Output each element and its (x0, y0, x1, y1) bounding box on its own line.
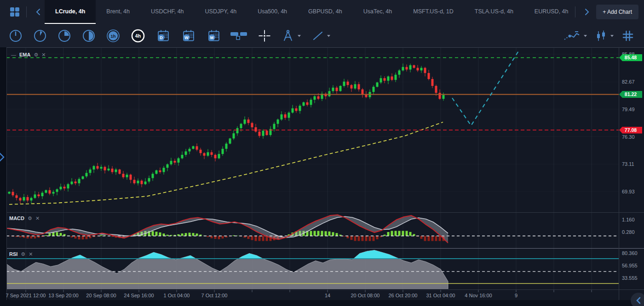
gear-icon[interactable]: ⚙ (21, 251, 25, 257)
timeframe-4h-active[interactable]: 4h (131, 28, 145, 43)
price-badge-81.22: 81.22 (619, 91, 642, 98)
price-axis-label: 76.30 (622, 134, 635, 140)
chart-tabs: LCrude, 4hBrent, 4hUSDCHF, 4hUSDJPY, 4hU… (45, 0, 569, 24)
indicator-name: RSI (9, 251, 17, 257)
chevron-down-icon (297, 34, 301, 37)
time-axis-label: 14 (325, 293, 330, 298)
price-axis-label: 0.280 (622, 229, 635, 235)
svg-text:W: W (184, 35, 189, 40)
chevron-down-icon (583, 34, 587, 37)
tab-msft-us-d-1d[interactable]: MSFT.US-d, 1D (402, 0, 464, 24)
svg-text:4h: 4h (135, 33, 141, 39)
close-icon[interactable]: ✕ (29, 251, 33, 257)
time-axis-label: 31 Oct 04:00 (426, 293, 455, 298)
time-axis-label: 9 (515, 293, 518, 298)
timeframe-1h[interactable]: 1h (106, 29, 120, 43)
topbar: LCrude, 4hBrent, 4hUSDCHF, 4hUSDJPY, 4hU… (0, 0, 644, 24)
tab-usdjpy-4h[interactable]: USDJPY, 4h (195, 0, 247, 24)
price-badge-77.08: 77.08 (619, 127, 642, 134)
price-axis-label: 1.160 (622, 217, 635, 222)
time-axis-label: 20 Sep 08:00 (86, 293, 116, 298)
time-axis-label: 1 Oct 04:00 (164, 293, 190, 298)
svg-text:1h: 1h (110, 33, 115, 38)
gear-icon[interactable]: ⚙ (34, 51, 38, 58)
timeframe-1D[interactable]: D (156, 29, 171, 43)
chart-type-candles-icon[interactable] (595, 30, 614, 42)
timeframe-15m[interactable] (58, 29, 71, 43)
svg-text:M: M (210, 35, 214, 40)
chevron-right-icon (0, 151, 6, 163)
tab-tsla-us-d-4h[interactable]: TSLA.US-d, 4h (464, 0, 524, 24)
apps-grid-icon[interactable] (9, 6, 20, 17)
timeframe-1m[interactable] (9, 29, 23, 43)
tabs-scroll-right-button[interactable] (581, 5, 592, 19)
ema-indicator-label: — EMA ⚙ ✕ (11, 51, 46, 58)
add-chart-button[interactable]: + Add Chart (596, 5, 638, 19)
timeframe-1W[interactable]: W (181, 29, 196, 43)
price-axis-label: 56.955 (622, 263, 638, 268)
time-axis-label: 7 Sep 2021 12:00 (6, 293, 46, 298)
chart-options-group (563, 30, 634, 42)
tab-usatec-4h[interactable]: UsaTec, 4h (353, 0, 403, 24)
grid-layout-icon[interactable] (622, 30, 634, 42)
chevron-right-icon (584, 8, 590, 16)
chart-background (6, 47, 644, 300)
rsi-indicator-label: RSI ⚙ ✕ (9, 251, 33, 257)
timeframe-1M[interactable]: M (207, 29, 221, 43)
price-axis-label: 79.49 (622, 107, 635, 112)
indicators-icon[interactable] (563, 30, 587, 42)
collapse-bottom-panel-button[interactable] (631, 293, 644, 306)
price-axis-label: 80.360 (622, 250, 638, 256)
close-icon[interactable]: ✕ (35, 215, 40, 221)
time-axis-label: 4 Nov 16:00 (465, 293, 492, 298)
timeframe-30m[interactable] (82, 29, 96, 43)
timeframe-5m[interactable] (33, 29, 47, 43)
time-axis-label: 13 Sep 20:00 (48, 293, 78, 298)
compass-icon[interactable] (282, 29, 301, 42)
time-axis-label: 24 Sep 16:00 (124, 293, 154, 298)
chevron-left-icon (636, 297, 641, 304)
toolbar: 1h4hDWM (0, 24, 644, 47)
tabs-scroll-left-button[interactable] (33, 5, 44, 19)
chevron-left-icon (35, 8, 41, 16)
tab-eurusd-4h[interactable]: EURUSD, 4h (524, 0, 569, 24)
price-axis-label: 69.93 (622, 189, 635, 194)
indicator-name: MACD (9, 215, 24, 221)
price-axis-label: 73.11 (622, 161, 634, 167)
crosshair-icon[interactable] (258, 29, 271, 42)
price-axis-label: 33.555 (622, 275, 638, 281)
minimize-icon[interactable]: — (11, 51, 16, 58)
svg-text:D: D (160, 35, 163, 40)
timeframe-group: 1h4hDWM (9, 28, 221, 43)
drawing-tools-group (230, 29, 331, 42)
indicator-name: EMA (19, 51, 30, 58)
price-badge-85.48: 85.48 (619, 54, 642, 61)
time-axis-label: 20 Oct 08:00 (351, 293, 380, 298)
trading-app: LCrude, 4hBrent, 4hUSDCHF, 4hUSDJPY, 4hU… (0, 0, 644, 306)
price-axis-label: 82.67 (622, 79, 635, 85)
divider (26, 6, 27, 17)
tab-brent-4h[interactable]: Brent, 4h (96, 0, 140, 24)
trend-line-icon[interactable] (312, 30, 331, 42)
chevron-down-icon (327, 34, 331, 37)
divider (575, 6, 575, 17)
tab-lcrude-4h[interactable]: LCrude, 4h (45, 0, 96, 24)
range-bars-icon[interactable] (230, 30, 247, 41)
gear-icon[interactable]: ⚙ (28, 215, 32, 221)
time-axis-label: 26 Oct 20:00 (389, 293, 418, 298)
macd-indicator-label: MACD ⚙ ✕ (9, 215, 40, 221)
expand-side-panel-button[interactable] (0, 151, 6, 165)
chevron-down-icon (610, 34, 614, 37)
time-axis-label: 7 Oct 12:00 (201, 293, 228, 298)
tab-usa500-4h[interactable]: Usa500, 4h (247, 0, 298, 24)
close-icon[interactable]: ✕ (41, 51, 46, 58)
tab-gbpusd-4h[interactable]: GBPUSD, 4h (298, 0, 353, 24)
tab-usdchf-4h[interactable]: USDCHF, 4h (140, 0, 195, 24)
